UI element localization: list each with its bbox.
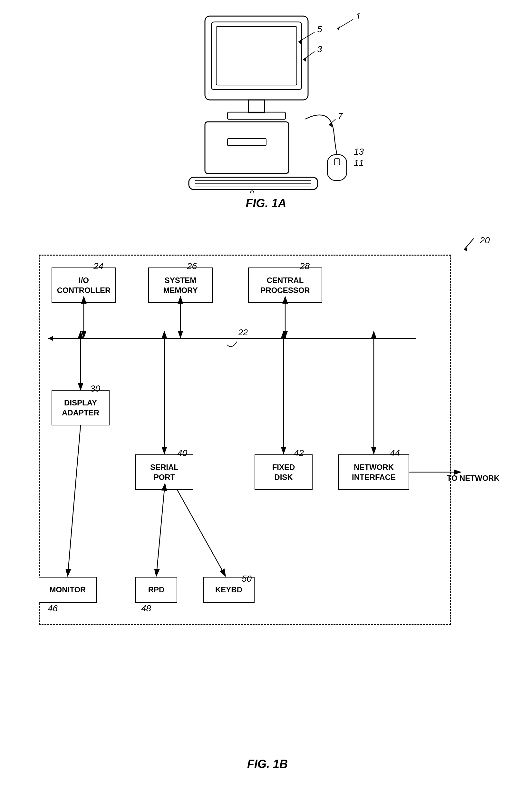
fig1a-area: 1 5 3 7 9 13 11 FIG. 1A xyxy=(0,6,532,232)
central-processor-label: CENTRALPROCESSOR xyxy=(260,275,310,295)
io-controller-label: I/OCONTROLLER xyxy=(57,275,111,295)
rpd-label: RPD xyxy=(148,585,165,594)
rpd-block: RPD xyxy=(135,577,177,603)
svg-marker-21 xyxy=(303,57,306,61)
ref-20: 20 xyxy=(480,235,490,246)
fixed-disk-block: FIXEDDISK xyxy=(254,454,312,490)
svg-line-17 xyxy=(298,32,315,42)
svg-rect-1 xyxy=(211,22,302,90)
ref-44: 44 xyxy=(390,448,400,458)
ref20-arrow xyxy=(454,235,480,254)
svg-text:13: 13 xyxy=(354,147,364,157)
display-adapter-block: DISPLAYADAPTER xyxy=(52,390,110,425)
diagram-outer: 20 I/OCONTROLLER 24 SYSTEMMEMORY 26 CENT… xyxy=(29,235,506,751)
svg-text:3: 3 xyxy=(317,44,322,54)
svg-text:7: 7 xyxy=(338,111,343,121)
monitor-label: MONITOR xyxy=(50,585,86,594)
system-memory-block: SYSTEMMEMORY xyxy=(148,267,213,303)
display-adapter-label: DISPLAYADAPTER xyxy=(62,398,99,418)
central-processor-block: CENTRALPROCESSOR xyxy=(248,267,322,303)
svg-rect-2 xyxy=(216,26,297,85)
system-boundary-box xyxy=(39,254,451,625)
svg-text:5: 5 xyxy=(317,24,322,34)
ref-40: 40 xyxy=(177,448,187,458)
svg-rect-6 xyxy=(228,138,266,146)
svg-rect-3 xyxy=(248,100,265,113)
serial-port-label: SERIALPORT xyxy=(150,462,178,482)
fig1b-area: 20 I/OCONTROLLER 24 SYSTEMMEMORY 26 CENT… xyxy=(19,235,516,783)
svg-text:11: 11 xyxy=(354,158,364,168)
ref-42: 42 xyxy=(294,448,304,458)
ref-26: 26 xyxy=(187,261,197,271)
ref-48: 48 xyxy=(141,603,151,614)
ref-24: 24 xyxy=(93,261,103,271)
fixed-disk-label: FIXEDDISK xyxy=(272,462,295,482)
svg-line-29 xyxy=(464,239,474,250)
svg-rect-7 xyxy=(189,177,318,190)
to-network-label: TO NETWORK xyxy=(446,474,499,483)
network-interface-label: NETWORKINTERFACE xyxy=(352,462,396,482)
io-controller-block: I/OCONTROLLER xyxy=(52,267,116,303)
svg-line-14 xyxy=(337,19,353,29)
network-interface-block: NETWORKINTERFACE xyxy=(338,454,409,490)
svg-text:9: 9 xyxy=(249,189,254,193)
svg-rect-5 xyxy=(205,122,289,173)
ref-50: 50 xyxy=(242,574,252,584)
fig1b-label: FIG. 1B xyxy=(19,757,516,771)
svg-text:1: 1 xyxy=(356,11,361,21)
svg-rect-0 xyxy=(205,16,308,100)
serial-port-block: SERIALPORT xyxy=(135,454,193,490)
ref-28: 28 xyxy=(300,261,310,271)
ref-46: 46 xyxy=(48,603,58,614)
ref-30: 30 xyxy=(90,383,100,394)
svg-rect-4 xyxy=(228,112,285,119)
monitor-block: MONITOR xyxy=(39,577,97,603)
svg-marker-15 xyxy=(337,26,340,30)
computer-illustration: 1 5 3 7 9 13 11 xyxy=(153,6,379,193)
system-memory-label: SYSTEMMEMORY xyxy=(163,275,197,295)
keybd-label: KEYBD xyxy=(215,585,242,594)
fig1a-label: FIG. 1A xyxy=(246,196,286,210)
page-container: 1 5 3 7 9 13 11 FIG. 1A 20 xyxy=(0,0,532,797)
